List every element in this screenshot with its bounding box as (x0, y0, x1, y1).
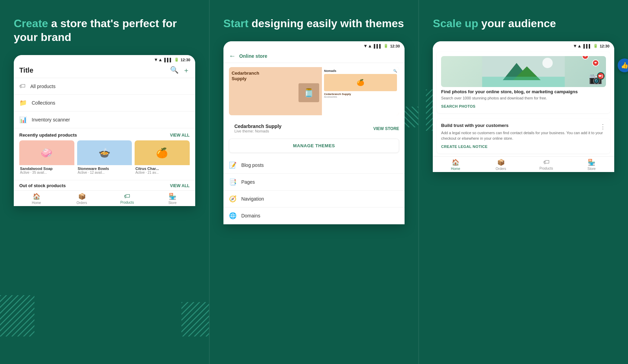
signal-bars: ▌▌▌ (164, 58, 172, 62)
theme-sidebar-img: 🍊 (324, 74, 397, 91)
home-nav-label-3: Home (451, 167, 460, 171)
panel2-app-header: ← Online store (223, 49, 405, 63)
battery-icon: 🔋 (174, 57, 179, 62)
products-nav-icon-1: 🏷 (124, 193, 130, 200)
domains-label: Domains (241, 213, 260, 218)
manage-themes-btn[interactable]: MANAGE THEMES (229, 139, 399, 153)
panel3-phone-area: ▼▲ ▌▌▌ 🔋 12:30 📷 (433, 41, 614, 364)
nomads-search-icon: 🔍 (393, 69, 397, 73)
products-nav-icon-3: 🏷 (543, 159, 550, 166)
view-store-btn[interactable]: VIEW STORE (373, 126, 399, 131)
inventory-label: Inventory scanner (32, 117, 70, 122)
theme-sidebar-brand: Cedarbranch Supply (324, 93, 397, 96)
theme-sidebar-pane: Nomads 🔍 🍊 Cedarbranch Supply Accessorie… (322, 67, 399, 115)
theme-sidebar-header: Nomads 🔍 (324, 69, 397, 73)
photos-card: 📷 ❤ ❤ Find photos for your online store,… (437, 52, 610, 113)
heart-badge-img-2: ❤ (592, 60, 599, 66)
domains-icon: 🌐 (229, 212, 237, 220)
nav-products-1[interactable]: 🏷 Products (104, 191, 150, 206)
product-info-1: Sandalwood Soap Active · 35 avail... (19, 165, 74, 176)
nav-home-3[interactable]: 🏠 Home (433, 157, 478, 172)
blog-posts-item[interactable]: 📝 Blog posts (223, 157, 405, 174)
store-theme: Live theme: Nomads (234, 129, 282, 133)
orders-nav-label-3: Orders (496, 167, 506, 171)
nav-orders-1[interactable]: 📦 Orders (59, 191, 105, 206)
photos-card-title: Find photos for your online store, blog,… (441, 89, 606, 94)
status-bar-2: ▼▲ ▌▌▌ 🔋 12:30 (223, 41, 405, 49)
trust-card-title: Build trust with your customers (441, 123, 509, 128)
inventory-scanner-item[interactable]: 📊 Inventory scanner (14, 111, 195, 128)
out-view-all-btn[interactable]: VIEW ALL (170, 183, 190, 188)
collections-item[interactable]: 📁 Collections (14, 95, 195, 111)
product-card-3[interactable]: 🍊 Citrus Char... Active · 21 av... (135, 140, 190, 176)
signal-icon-2: ▼▲ (363, 43, 372, 49)
nav-store-3[interactable]: 🏪 Store (569, 157, 614, 172)
photos-illustration: 📷 ❤ ❤ (441, 56, 606, 87)
store-nav-icon-1: 🏪 (169, 193, 176, 200)
panel1-phone-area: ▼▲ ▌▌▌ 🔋 12:30 Title 🔍 ＋ 🏷 All products … (14, 55, 195, 364)
panel1-accent: Create (14, 17, 48, 30)
bottom-nav-3: 🏠 Home 📦 Orders 🏷 Products 🏪 Store (433, 156, 614, 172)
pages-item[interactable]: 📑 Pages (223, 174, 405, 191)
orders-nav-icon-3: 📦 (497, 159, 505, 166)
trust-card-desc: Add a legal notice so customers can find… (441, 130, 606, 141)
pages-label: Pages (241, 179, 255, 185)
collections-label: Collections (32, 100, 55, 106)
trust-card: Build trust with your customers ⋮ Add a … (437, 119, 610, 153)
product-name-1: Sandalwood Soap (20, 167, 74, 171)
product-card-1[interactable]: 🧼 Sandalwood Soap Active · 35 avail... (19, 140, 74, 176)
product-info-2: Stoneware Bowls Active · 12 avail... (77, 165, 132, 176)
theme-brand-name: CedarbranchSupply (232, 71, 320, 81)
product-name-2: Stoneware Bowls (78, 167, 132, 171)
svg-rect-11 (482, 77, 565, 87)
store-info: Cedarbranch Supply Live theme: Nomads (229, 121, 287, 136)
panel3-headline: Scale up your audience (433, 17, 614, 30)
domains-item[interactable]: 🌐 Domains (223, 207, 405, 224)
status-bar-1: ▼▲ ▌▌▌ 🔋 12:30 (14, 55, 195, 63)
view-all-btn[interactable]: VIEW ALL (170, 133, 190, 138)
status-bar-3: ▼▲ ▌▌▌ 🔋 12:30 (433, 41, 614, 49)
landscape-svg (441, 56, 606, 87)
search-photos-link[interactable]: SEARCH PHOTOS (441, 104, 475, 108)
panel3-rest: your audience (478, 17, 556, 30)
product-meta-1: Active · 35 avail... (20, 171, 74, 174)
photos-card-desc: Search over 1000 stunning photos and dow… (441, 96, 606, 101)
panel2-phone: ▼▲ ▌▌▌ 🔋 12:30 ← Online store Cedarbranc… (223, 41, 405, 224)
navigation-item[interactable]: 🧭 Navigation (223, 191, 405, 207)
more-options-icon[interactable]: ⋮ (600, 123, 606, 130)
panel1-header-icons: 🔍 ＋ (170, 66, 190, 75)
panel2-rest: designing easily with themes (249, 17, 404, 30)
inventory-icon: 📊 (19, 116, 27, 124)
nav-products-3[interactable]: 🏷 Products (524, 157, 569, 172)
store-nav-label-1: Store (168, 201, 177, 205)
panel1-headline: Create a store that's perfect for your b… (14, 17, 195, 44)
product-meta-2: Active · 12 avail... (78, 171, 132, 174)
add-icon[interactable]: ＋ (183, 66, 190, 75)
panel1-phone: ▼▲ ▌▌▌ 🔋 12:30 Title 🔍 ＋ 🏷 All products … (14, 55, 195, 206)
create-legal-notice-link[interactable]: CREATE LEGAL NOTICE (441, 144, 488, 149)
battery-icon-3: 🔋 (593, 44, 598, 48)
nav-home-1[interactable]: 🏠 Home (14, 191, 59, 206)
all-products-item[interactable]: 🏷 All products (14, 78, 195, 95)
all-products-label: All products (30, 84, 55, 89)
trust-card-header: Build trust with your customers ⋮ (441, 123, 606, 130)
theme-preview: CedarbranchSupply 🫙 Nomads 🔍 🍊 Cedarbran… (229, 67, 399, 115)
signal-icon-3: ▼▲ (573, 43, 582, 49)
home-nav-icon-1: 🏠 (33, 193, 40, 200)
navigation-icon: 🧭 (229, 195, 237, 203)
panel1-app-header: Title 🔍 ＋ (14, 63, 195, 78)
recently-updated-title: Recently updated products (19, 132, 77, 138)
search-icon[interactable]: 🔍 (170, 66, 179, 75)
panel3-phone: ▼▲ ▌▌▌ 🔋 12:30 📷 (433, 41, 614, 172)
product-img-1: 🧼 (19, 140, 74, 165)
products-icon: 🏷 (19, 83, 25, 90)
nav-store-1[interactable]: 🏪 Store (150, 191, 195, 206)
product-card-2[interactable]: 🍲 Stoneware Bowls Active · 12 avail... (77, 140, 132, 176)
recently-updated-header: Recently updated products VIEW ALL (14, 128, 195, 140)
back-arrow-icon[interactable]: ← (229, 52, 236, 60)
status-time-1: 12:30 (181, 58, 190, 62)
status-time-3: 12:30 (600, 44, 609, 48)
collections-icon: 📁 (19, 99, 27, 107)
nav-orders-3[interactable]: 📦 Orders (478, 157, 524, 172)
bottom-nav-1: 🏠 Home 📦 Orders 🏷 Products 🏪 Store (14, 190, 195, 206)
